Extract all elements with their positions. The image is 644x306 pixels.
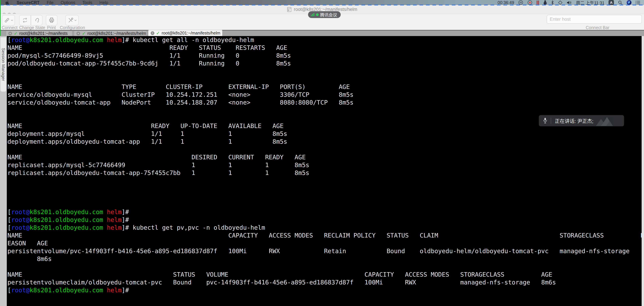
tab-session-1[interactable]: × ✓ root@k8s201:~/manifests <box>6 31 72 36</box>
session-manager-tab[interactable]: Session Manager <box>0 37 6 92</box>
meeting-signal-icon <box>311 13 314 17</box>
terminal-line: NAME CAPACITY ACCESS MODES RECLAIM POLIC… <box>8 231 642 239</box>
terminal-line: deployment.apps/oldboyedu-tomcat-app 1/1… <box>8 138 642 146</box>
change-state-label: Change State <box>19 25 45 30</box>
terminal-line: replicaset.apps/mysql-5c77466499 1 1 1 8… <box>8 161 642 169</box>
tab-close-icon[interactable]: × <box>151 31 154 35</box>
menu-file[interactable]: File <box>47 0 54 5</box>
terminal-line <box>8 75 642 83</box>
tab-connected-icon: ✓ <box>14 31 18 36</box>
screenshare-green-border <box>0 0 1 36</box>
screen: SecureCRT File Options Tools Help 00:36:… <box>0 0 644 306</box>
terminal-line <box>8 185 642 192</box>
window-titlebar: root@k8s201:~/manifests/helm 腾讯会议 <box>0 5 644 14</box>
terminal-line <box>8 200 642 208</box>
chevron-down-icon <box>74 20 76 21</box>
mic-icon <box>543 117 547 124</box>
terminal-line: service/oldboyedu-tomcat-app NodePort 10… <box>8 99 642 106</box>
terminal-line: [root@k8s201.oldboyedu.com helm]# kubect… <box>8 224 642 231</box>
terminal-line <box>8 192 642 200</box>
terminal-line: [root@k8s201.oldboyedu.com helm]# <box>8 286 642 294</box>
chevron-down-icon <box>11 20 13 21</box>
menu-options[interactable]: Options <box>61 0 75 5</box>
meeting-badge-label: 腾讯会议 <box>320 12 337 18</box>
connect-label: Connect <box>2 25 18 30</box>
input-source-icon[interactable]: A <box>608 0 614 5</box>
tab-session-2[interactable]: × ✓ root@k8s201:~/manifests/helm <box>74 31 147 36</box>
diamond-icon[interactable] <box>558 0 563 5</box>
screenshare-dashed-border <box>0 5 644 6</box>
terminal-line: deployment.apps/mysql 1/1 1 1 8m5s <box>8 130 642 138</box>
control-list-icon[interactable] <box>636 1 640 5</box>
terminal-line <box>8 177 642 185</box>
watermark-logo <box>592 116 617 126</box>
terminal-line: [root@k8s201.oldboyedu.com helm]# kubect… <box>8 36 642 44</box>
print-button[interactable] <box>46 15 58 26</box>
reconnect-button[interactable] <box>19 15 31 26</box>
speaking-overlay: 正在讲话: 尹正杰; <box>539 115 624 126</box>
connect-button[interactable] <box>2 15 15 26</box>
bluetooth-icon[interactable] <box>551 0 554 5</box>
sync-loop-icon <box>22 17 28 23</box>
terminal-line: 8m6s <box>8 255 642 263</box>
connect-bar-label: Connect Bar <box>586 25 609 30</box>
print-label: Print <box>47 25 56 30</box>
chain-link-icon <box>4 17 10 23</box>
tab-close-icon[interactable]: × <box>8 32 12 35</box>
apple-icon[interactable] <box>6 0 10 5</box>
menu-tools[interactable]: Tools <box>82 0 92 5</box>
meeting-timer: 00:36:49 <box>498 0 514 5</box>
tab-label: root@k8s201:~/manifests <box>19 31 68 36</box>
tools-icon <box>68 17 73 23</box>
terminal-line <box>8 263 642 271</box>
terminal-line: persistentvolume/pvc-14f903ff-b416-45e6-… <box>8 247 642 255</box>
configuration-label: Configuration <box>60 25 85 30</box>
tab-connected-icon: ✓ <box>156 31 160 36</box>
menu-help[interactable]: Help <box>100 0 108 5</box>
configuration-button[interactable] <box>66 15 79 26</box>
terminal-line: [root@k8s201.oldboyedu.com helm]# <box>8 216 642 224</box>
record-indicator-icon[interactable] <box>527 0 532 5</box>
menubar: SecureCRT File Options Tools Help 00:36:… <box>0 0 644 5</box>
terminal-line: pod/oldboyedu-tomcat-app-75f455c7bb-9cd6… <box>8 60 642 67</box>
search-icon[interactable] <box>618 0 622 5</box>
speaking-text: 正在讲话: 尹正杰; <box>555 117 594 124</box>
terminal-line: replicaset.apps/oldboyedu-tomcat-app-75f… <box>8 169 642 177</box>
tab-label: root@k8s201:~/manifests/helm <box>88 31 146 36</box>
broken-link-icon <box>34 17 40 23</box>
tab-label: root@k8s201:~/manifests/helm <box>162 31 220 36</box>
meeting-live-dot <box>316 14 318 16</box>
volume-icon[interactable] <box>567 0 572 5</box>
terminal-line: persistentvolumeclaim/oldboyedu-tomcat-p… <box>8 278 642 286</box>
tab-strip: × ✓ root@k8s201:~/manifests × ✓ root@k8s… <box>0 31 644 36</box>
host-input[interactable] <box>547 15 642 24</box>
terminal-line <box>8 67 642 75</box>
terminal-line: NAME DESIRED CURRENT READY AGE <box>8 153 642 161</box>
session-manager-label: Session Manager <box>1 48 6 81</box>
menubar-app-name[interactable]: SecureCRT <box>17 0 40 5</box>
terminal-line: pod/mysql-5c77466499-89vj5 1/1 Running 0… <box>8 52 642 60</box>
terminal-line: NAME READY STATUS RESTARTS AGE <box>8 44 642 52</box>
terminal-line: [root@k8s201.oldboyedu.com helm]# <box>8 208 642 216</box>
window-terminal-icon <box>287 7 292 12</box>
printer-icon <box>49 17 54 23</box>
disconnect-button[interactable] <box>31 15 42 26</box>
tab-connected-icon: ✓ <box>82 31 86 36</box>
terminal-line: NAME STATUS VOLUME CAPACITY ACCESS MODES… <box>8 271 642 278</box>
app-colorful-icon[interactable] <box>627 0 632 5</box>
tab-close-icon[interactable]: × <box>76 32 80 35</box>
terminal-scrollbar[interactable] <box>642 36 644 306</box>
terminal-output[interactable]: [root@k8s201.oldboyedu.com helm]# kubect… <box>7 36 642 306</box>
tab-session-3-active[interactable]: × ✓ root@k8s201:~/manifests/helm <box>148 30 222 36</box>
terminal-line: EASON AGE <box>8 239 642 247</box>
side-strip: Session Manager <box>0 36 7 306</box>
overlay-divider <box>551 118 551 124</box>
meeting-status-pill[interactable]: 腾讯会议 <box>308 11 341 18</box>
pause-indicator-icon[interactable] <box>518 0 523 5</box>
app-silhouette-icon[interactable] <box>543 0 547 5</box>
terminal-line: service/oldboyedu-mysql ClusterIP 10.254… <box>8 91 642 99</box>
red-bars-icon <box>536 0 539 5</box>
terminal-line <box>8 146 642 153</box>
terminal-line: NAME TYPE CLUSTER-IP EXTERNAL-IP PORT(S)… <box>8 83 642 91</box>
terminal-line <box>8 106 642 114</box>
